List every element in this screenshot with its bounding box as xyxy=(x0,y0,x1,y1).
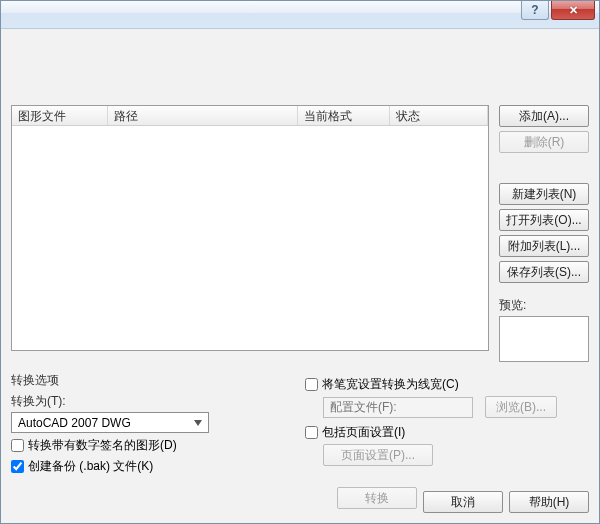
convert-signed-row: 转换带有数字签名的图形(D) xyxy=(11,437,277,454)
file-list-container: 图形文件 路径 当前格式 状态 xyxy=(11,105,489,362)
penwidth-row: 将笔宽设置转换为线宽(C) xyxy=(305,376,589,393)
convert-to-value: AutoCAD 2007 DWG xyxy=(18,416,131,430)
page-setup-button: 页面设置(P)... xyxy=(323,444,433,466)
page-setup-group: 包括页面设置(I) 页面设置(P)... xyxy=(305,424,589,466)
main-row: 图形文件 路径 当前格式 状态 添加(A)... 删除(R) 新建列表(N) 打… xyxy=(11,105,589,362)
close-icon: ✕ xyxy=(569,4,578,17)
browse-config-button: 浏览(B)... xyxy=(485,396,557,418)
help-button[interactable]: 帮助(H) xyxy=(509,491,589,513)
convert-signed-label: 转换带有数字签名的图形(D) xyxy=(28,437,177,454)
convert-to-label: 转换为(T): xyxy=(11,393,277,410)
page-setup-btn-row: 页面设置(P)... xyxy=(323,444,589,466)
create-backup-row: 创建备份 (.bak) 文件(K) xyxy=(11,458,277,475)
help-icon: ? xyxy=(531,3,538,17)
options-area: 转换选项 转换为(T): AutoCAD 2007 DWG 转换带有数字签名的图… xyxy=(11,372,589,475)
titlebar: ? ✕ xyxy=(1,1,599,29)
add-button[interactable]: 添加(A)... xyxy=(499,105,589,127)
new-list-button[interactable]: 新建列表(N) xyxy=(499,183,589,205)
append-list-button[interactable]: 附加列表(L)... xyxy=(499,235,589,257)
page-setup-label: 包括页面设置(I) xyxy=(322,424,405,441)
penwidth-checkbox[interactable] xyxy=(305,378,318,391)
col-header-file[interactable]: 图形文件 xyxy=(12,106,108,125)
preview-label: 预览: xyxy=(499,297,589,314)
right-options: 将笔宽设置转换为线宽(C) 浏览(B)... 包括页面设置(I) 页面设置(P)… xyxy=(305,372,589,475)
spacer xyxy=(11,35,589,105)
preview-box xyxy=(499,316,589,362)
left-options: 转换选项 转换为(T): AutoCAD 2007 DWG 转换带有数字签名的图… xyxy=(11,372,277,475)
config-file-input xyxy=(323,397,473,418)
remove-button: 删除(R) xyxy=(499,131,589,153)
convert-button: 转换 xyxy=(337,487,417,509)
cancel-button[interactable]: 取消 xyxy=(423,491,503,513)
convert-signed-checkbox[interactable] xyxy=(11,439,24,452)
file-list-header: 图形文件 路径 当前格式 状态 xyxy=(12,106,488,126)
dialog-window: ? ✕ 图形文件 路径 当前格式 状态 添加(A)... 删除(R) xyxy=(0,0,600,524)
page-setup-checkbox[interactable] xyxy=(305,426,318,439)
penwidth-label: 将笔宽设置转换为线宽(C) xyxy=(322,376,459,393)
titlebar-close-button[interactable]: ✕ xyxy=(551,1,595,20)
create-backup-checkbox[interactable] xyxy=(11,460,24,473)
col-header-format[interactable]: 当前格式 xyxy=(298,106,390,125)
save-list-button[interactable]: 保存列表(S)... xyxy=(499,261,589,283)
spacer xyxy=(499,153,589,183)
options-group-title: 转换选项 xyxy=(11,372,277,389)
page-setup-row: 包括页面设置(I) xyxy=(305,424,589,441)
file-list[interactable]: 图形文件 路径 当前格式 状态 xyxy=(11,105,489,351)
chevron-down-icon xyxy=(190,415,206,431)
dialog-client-area: 图形文件 路径 当前格式 状态 添加(A)... 删除(R) 新建列表(N) 打… xyxy=(1,29,599,523)
col-header-path[interactable]: 路径 xyxy=(108,106,298,125)
titlebar-help-button[interactable]: ? xyxy=(521,1,549,20)
open-list-button[interactable]: 打开列表(O)... xyxy=(499,209,589,231)
dialog-footer: 转换 取消 帮助(H) xyxy=(11,479,589,513)
create-backup-label: 创建备份 (.bak) 文件(K) xyxy=(28,458,153,475)
convert-to-select[interactable]: AutoCAD 2007 DWG xyxy=(11,412,209,433)
side-button-column: 添加(A)... 删除(R) 新建列表(N) 打开列表(O)... 附加列表(L… xyxy=(499,105,589,362)
col-header-state[interactable]: 状态 xyxy=(390,106,488,125)
config-file-row: 浏览(B)... xyxy=(323,396,589,418)
penwidth-group: 将笔宽设置转换为线宽(C) 浏览(B)... xyxy=(305,376,589,418)
